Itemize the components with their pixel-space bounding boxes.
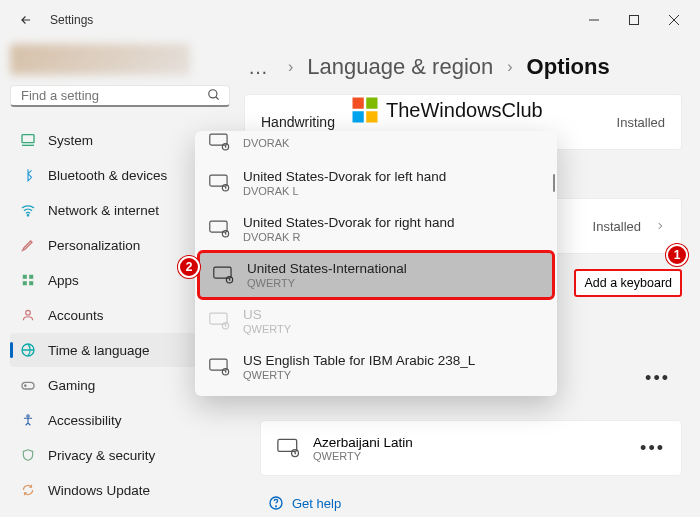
- sidebar-item-label: Network & internet: [48, 203, 159, 218]
- paintbrush-icon: [20, 237, 36, 253]
- window-minimize[interactable]: [574, 4, 614, 36]
- keyboard-title: Azerbaijani Latin: [313, 435, 413, 450]
- add-keyboard-button[interactable]: Add a keyboard: [574, 269, 682, 297]
- windows-logo-icon: [350, 95, 380, 125]
- keyboard-option-selected[interactable]: United States-InternationalQWERTY: [199, 252, 553, 298]
- option-title: US English Table for IBM Arabic 238_L: [243, 353, 475, 368]
- sidebar-item-privacy[interactable]: Privacy & security: [10, 438, 230, 472]
- keyboard-icon: [277, 438, 299, 458]
- sidebar-item-label: Accounts: [48, 308, 104, 323]
- window-close[interactable]: [654, 4, 694, 36]
- help-label: Get help: [292, 496, 341, 511]
- account-header[interactable]: [10, 44, 190, 75]
- option-sub: QWERTY: [243, 369, 475, 381]
- keyboard-icon: [213, 266, 235, 284]
- bluetooth-icon: [20, 167, 36, 183]
- svg-point-2: [209, 90, 217, 98]
- breadcrumb-current: Options: [527, 54, 610, 80]
- wifi-icon: [20, 202, 36, 218]
- keyboard-icon: [209, 133, 231, 151]
- sidebar-item-label: Privacy & security: [48, 448, 155, 463]
- svg-rect-9: [23, 281, 27, 285]
- watermark-text: TheWindowsClub: [386, 99, 543, 122]
- keyboard-dropdown: United States-DvorakDVORAK United States…: [195, 131, 557, 396]
- sidebar-item-windows-update[interactable]: Windows Update: [10, 473, 230, 507]
- person-icon: [20, 307, 36, 323]
- card-label: Handwriting: [261, 114, 335, 130]
- sidebar-item-label: Time & language: [48, 343, 150, 358]
- svg-rect-20: [366, 111, 377, 122]
- option-sub: DVORAK L: [243, 185, 446, 197]
- search-box[interactable]: [10, 85, 230, 107]
- svg-point-6: [27, 215, 28, 216]
- card-status: Installed: [617, 115, 665, 130]
- more-icon[interactable]: •••: [640, 438, 665, 459]
- arrow-left-icon: [19, 13, 33, 27]
- accessibility-icon: [20, 412, 36, 428]
- svg-rect-18: [366, 98, 377, 109]
- installed-keyboard-row[interactable]: Azerbaijani LatinQWERTY •••: [260, 420, 682, 476]
- svg-line-3: [216, 97, 219, 100]
- sidebar-item-label: Bluetooth & devices: [48, 168, 167, 183]
- window-maximize[interactable]: [614, 4, 654, 36]
- gamepad-icon: [20, 377, 36, 393]
- callout-1: 1: [666, 244, 688, 266]
- svg-rect-8: [29, 275, 33, 279]
- chevron-right-icon: ›: [288, 58, 293, 76]
- breadcrumb: … › Language & region › Options: [244, 50, 682, 80]
- breadcrumb-overflow[interactable]: …: [244, 56, 274, 79]
- sidebar-item-accessibility[interactable]: Accessibility: [10, 403, 230, 437]
- option-title: United States-Dvorak for right hand: [243, 215, 455, 230]
- option-title: United States-International: [247, 261, 407, 276]
- sidebar-item-label: Apps: [48, 273, 79, 288]
- apps-icon: [20, 272, 36, 288]
- keyboard-icon: [209, 358, 231, 376]
- keyboard-option-disabled: USQWERTY: [195, 298, 557, 344]
- sidebar-item-label: Accessibility: [48, 413, 122, 428]
- watermark: TheWindowsClub: [350, 95, 543, 125]
- option-sub: QWERTY: [247, 277, 407, 289]
- shield-icon: [20, 447, 36, 463]
- keyboard-option[interactable]: United States-DvorakDVORAK: [195, 133, 557, 160]
- sidebar-item-label: Windows Update: [48, 483, 150, 498]
- title-bar: Settings: [0, 0, 700, 40]
- keyboard-icon: [209, 220, 231, 238]
- svg-point-16: [27, 415, 29, 417]
- sidebar-item-label: Gaming: [48, 378, 95, 393]
- globe-clock-icon: [20, 342, 36, 358]
- update-icon: [20, 482, 36, 498]
- search-icon: [199, 88, 229, 102]
- svg-rect-17: [353, 98, 364, 109]
- option-sub: DVORAK: [243, 137, 289, 149]
- window-title: Settings: [50, 13, 93, 27]
- svg-rect-1: [630, 16, 639, 25]
- keyboard-sub: QWERTY: [313, 450, 413, 462]
- keyboard-option[interactable]: United States-Dvorak for left handDVORAK…: [195, 160, 557, 206]
- svg-rect-7: [23, 275, 27, 279]
- breadcrumb-parent[interactable]: Language & region: [307, 54, 493, 80]
- option-title: United States-Dvorak for left hand: [243, 169, 446, 184]
- keyboard-option[interactable]: US English Table for IBM Arabic 238_LQWE…: [195, 344, 557, 390]
- system-icon: [20, 132, 36, 148]
- svg-rect-13: [22, 382, 34, 389]
- svg-point-11: [26, 310, 31, 315]
- svg-rect-10: [29, 281, 33, 285]
- chevron-right-icon: ›: [507, 58, 512, 76]
- svg-point-36: [276, 506, 277, 507]
- option-sub: DVORAK R: [243, 231, 455, 243]
- option-title: US: [243, 307, 291, 322]
- sidebar-item-label: System: [48, 133, 93, 148]
- sidebar-item-label: Personalization: [48, 238, 140, 253]
- svg-rect-19: [353, 111, 364, 122]
- get-help-link[interactable]: Get help: [268, 495, 341, 511]
- keyboard-icon: [209, 174, 231, 192]
- option-sub: QWERTY: [243, 323, 291, 335]
- keyboard-icon: [209, 312, 231, 330]
- card-status: Installed: [593, 219, 641, 234]
- more-icon[interactable]: •••: [645, 368, 670, 389]
- keyboard-option[interactable]: United States-Dvorak for right handDVORA…: [195, 206, 557, 252]
- search-input[interactable]: [11, 88, 199, 103]
- chevron-right-icon: [655, 221, 665, 231]
- svg-rect-4: [22, 135, 34, 143]
- back-button[interactable]: [12, 6, 40, 34]
